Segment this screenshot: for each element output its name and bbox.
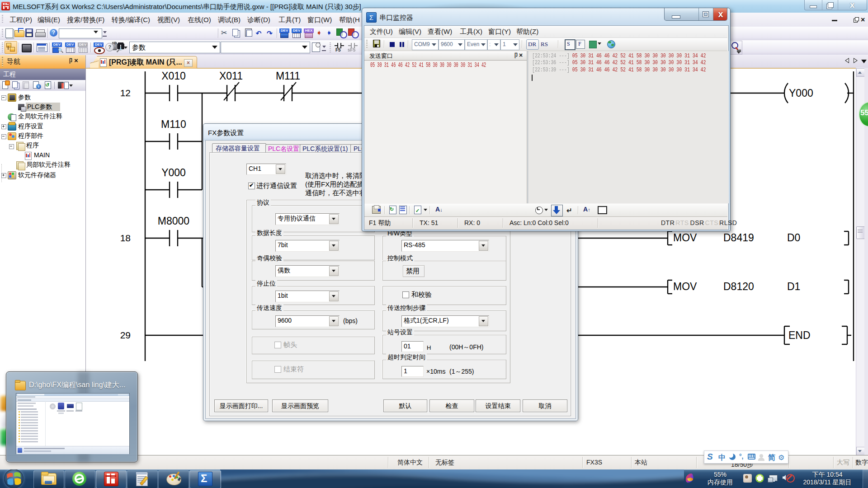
svg-text:MOV: MOV bbox=[673, 232, 697, 244]
svg-text:Y000: Y000 bbox=[161, 167, 186, 178]
svg-text:29: 29 bbox=[120, 330, 131, 340]
svg-text:END: END bbox=[788, 329, 811, 341]
svg-text:MOV: MOV bbox=[673, 281, 697, 292]
svg-text:18: 18 bbox=[120, 233, 131, 243]
svg-text:D8120: D8120 bbox=[723, 281, 754, 292]
svg-text:D1: D1 bbox=[787, 281, 800, 292]
svg-text:X011: X011 bbox=[219, 70, 243, 82]
svg-text:Y000: Y000 bbox=[789, 87, 813, 99]
svg-text:M110: M110 bbox=[161, 118, 186, 130]
svg-text:X010: X010 bbox=[161, 70, 186, 82]
svg-text:M111: M111 bbox=[276, 70, 300, 82]
svg-text:D8419: D8419 bbox=[723, 232, 754, 244]
svg-text:M8000: M8000 bbox=[158, 215, 189, 227]
svg-text:D0: D0 bbox=[787, 232, 800, 244]
svg-text:12: 12 bbox=[120, 88, 131, 98]
